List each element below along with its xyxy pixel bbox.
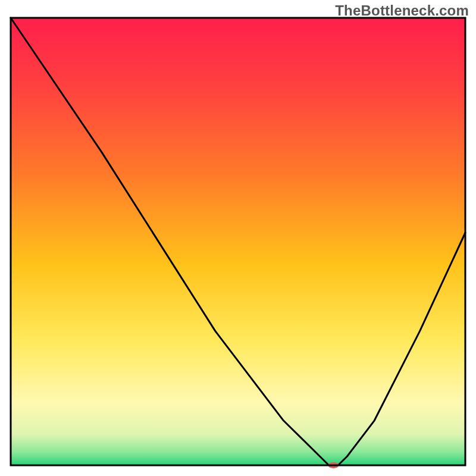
bottleneck-chart [0, 0, 476, 476]
chart-container: TheBottleneck.com [0, 0, 476, 476]
watermark: TheBottleneck.com [335, 2, 469, 19]
plot-background [11, 18, 465, 465]
